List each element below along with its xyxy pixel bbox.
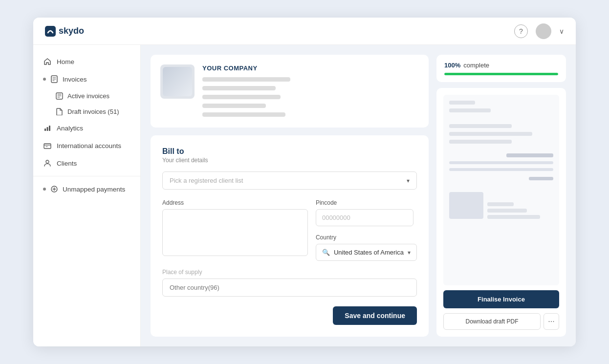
company-card: YOUR COMPANY — [151, 55, 429, 128]
svg-point-7 — [46, 160, 49, 163]
preview-addr-1 — [487, 202, 514, 206]
client-select-placeholder: Pick a registered client list — [170, 177, 243, 184]
country-label: Country — [316, 234, 417, 241]
pincode-input[interactable] — [316, 209, 413, 226]
logo-text: skydo — [59, 26, 84, 36]
address-group: Address — [162, 199, 308, 261]
sidebar-item-clients[interactable]: Clients — [33, 154, 140, 172]
bill-to-card: Bill to Your client details Pick a regis… — [151, 135, 429, 337]
finalise-invoice-button[interactable]: Finalise Invoice — [443, 290, 559, 308]
client-select-chevron-icon: ▾ — [407, 177, 410, 184]
sidebar-item-unmapped-payments[interactable]: Unmapped payments — [33, 180, 140, 198]
country-select[interactable]: 🔍 United States of America ▾ — [316, 244, 417, 261]
preview-line-2 — [449, 108, 491, 112]
company-detail-1 — [202, 77, 290, 82]
unmapped-payments-icon — [50, 185, 59, 193]
unmapped-payments-label: Unmapped payments — [63, 186, 125, 193]
company-detail-3 — [202, 95, 281, 99]
preview-line-1 — [449, 101, 475, 105]
download-draft-button[interactable]: Download draft PDF — [443, 313, 541, 330]
more-options-button[interactable]: ··· — [544, 313, 559, 330]
country-group: Country 🔍 United States of America ▾ — [316, 234, 417, 261]
preview-line-4 — [449, 132, 532, 136]
svg-rect-5 — [49, 126, 50, 131]
home-icon — [43, 57, 52, 66]
place-of-supply-section: Place of supply — [162, 269, 417, 297]
progress-bar-fill — [444, 73, 558, 75]
sidebar-home-label: Home — [57, 58, 74, 65]
profile-chevron-icon[interactable]: ∨ — [559, 27, 564, 35]
sidebar-item-home[interactable]: Home — [33, 53, 140, 70]
address-input[interactable] — [162, 209, 308, 256]
bill-to-header: Bill to Your client details — [162, 147, 417, 164]
place-of-supply-label: Place of supply — [162, 269, 417, 276]
client-select[interactable]: Pick a registered client list ▾ — [162, 171, 417, 190]
svg-rect-3 — [44, 128, 46, 131]
invoice-preview-card: Finalise Invoice Download draft PDF ··· — [436, 88, 566, 337]
bill-to-title: Bill to — [162, 147, 417, 156]
sidebar-item-international-accounts[interactable]: International accounts — [33, 137, 140, 154]
company-name: YOUR COMPANY — [202, 64, 290, 72]
company-detail-5 — [202, 112, 285, 117]
top-nav: skydo ? ∨ — [33, 18, 576, 45]
sidebar-sub-items: Active invoices Draft invoices (51) — [33, 88, 140, 119]
address-label: Address — [162, 199, 308, 206]
address-pincode-row: Address Pincode Country — [162, 199, 417, 261]
other-country-input[interactable] — [162, 278, 417, 297]
clients-label: Clients — [57, 160, 77, 167]
download-row: Download draft PDF ··· — [443, 313, 559, 330]
country-search-icon: 🔍 — [322, 249, 330, 256]
preview-line-3 — [449, 124, 512, 128]
company-detail-2 — [202, 86, 276, 90]
sidebar-item-draft-invoices[interactable]: Draft invoices (51) — [55, 104, 140, 119]
draft-invoices-icon — [55, 107, 64, 116]
nav-right: ? ∨ — [514, 23, 564, 39]
country-value: United States of America — [334, 249, 404, 256]
app-logo: skydo — [45, 26, 84, 37]
logo-icon — [45, 26, 56, 37]
international-accounts-icon — [43, 141, 52, 150]
preview-addr-3 — [487, 215, 540, 219]
company-detail-4 — [202, 104, 266, 108]
right-panel: 100% complete — [436, 55, 566, 337]
sidebar-item-active-invoices[interactable]: Active invoices — [55, 88, 140, 104]
progress-percent: 100% — [444, 62, 460, 69]
preview-line-5 — [449, 140, 512, 144]
left-panel: YOUR COMPANY — [151, 55, 429, 337]
svg-rect-6 — [44, 144, 51, 149]
pincode-label: Pincode — [316, 199, 413, 206]
bill-to-subtitle: Your client details — [162, 157, 417, 164]
draft-invoices-label: Draft invoices (51) — [67, 108, 119, 115]
svg-rect-4 — [47, 127, 48, 131]
sidebar-item-analytics[interactable]: Analytics — [33, 119, 140, 137]
preview-logo-block — [449, 192, 483, 219]
avatar[interactable] — [536, 23, 551, 39]
analytics-label: Analytics — [57, 125, 83, 132]
unmapped-toggle-dot — [43, 188, 46, 191]
save-btn-row: Save and continue — [162, 306, 417, 325]
invoice-preview-inner — [443, 95, 559, 285]
preview-right-line — [506, 153, 553, 157]
preview-line-6 — [449, 161, 553, 164]
main-content: YOUR COMPANY — [141, 45, 576, 346]
analytics-icon — [43, 124, 52, 132]
company-info: YOUR COMPANY — [202, 64, 290, 118]
sidebar-invoices-label: Invoices — [63, 76, 87, 83]
save-continue-button[interactable]: Save and continue — [333, 306, 417, 325]
help-button[interactable]: ? — [514, 24, 528, 38]
international-accounts-label: International accounts — [57, 142, 121, 150]
country-chevron-icon: ▾ — [408, 249, 411, 256]
progress-card: 100% complete — [436, 55, 566, 82]
company-logo — [160, 64, 195, 99]
progress-complete-label: complete — [463, 62, 489, 69]
active-invoices-icon — [55, 91, 64, 100]
app-body: Home Invoices — [33, 45, 576, 346]
invoices-toggle-dot — [43, 78, 46, 81]
active-invoices-label: Active invoices — [67, 92, 109, 100]
pincode-group: Pincode — [316, 199, 413, 226]
sidebar: Home Invoices — [33, 45, 141, 346]
sidebar-item-invoices[interactable]: Invoices — [33, 70, 140, 88]
preview-amount — [529, 177, 553, 180]
preview-line-7 — [449, 168, 553, 171]
progress-header: 100% complete — [444, 62, 558, 69]
